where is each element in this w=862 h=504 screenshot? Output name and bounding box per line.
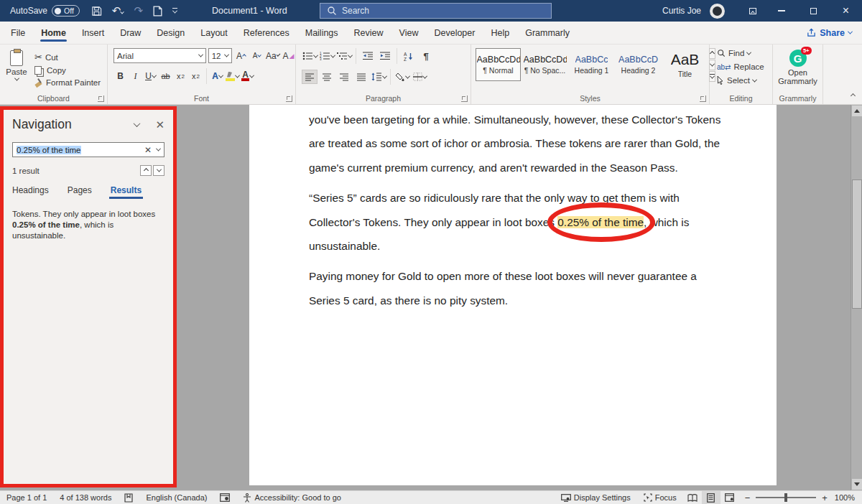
cut-button[interactable]: ✂Cut [33, 51, 102, 63]
clear-search-icon[interactable]: ✕ [144, 145, 152, 155]
tab-draw[interactable]: Draw [112, 22, 149, 44]
previous-result-button[interactable] [140, 165, 152, 176]
font-color-button[interactable]: A [241, 69, 254, 83]
grow-font-button[interactable]: A [234, 49, 248, 63]
underline-button[interactable]: U [144, 69, 157, 83]
proofing-icon[interactable] [118, 491, 139, 504]
search-result-item[interactable]: Tokens. They only appear in loot boxes 0… [12, 209, 160, 241]
zoom-out-button[interactable]: − [745, 493, 751, 503]
font-name-combobox[interactable]: Arial [113, 48, 206, 63]
dialog-launcher-icon[interactable] [286, 95, 292, 102]
word-count-indicator[interactable]: 4 of 138 words [53, 491, 118, 504]
bold-button[interactable]: B [113, 69, 127, 83]
scroll-down-button[interactable] [852, 479, 862, 490]
shrink-font-button[interactable]: A [250, 49, 264, 63]
zoom-level[interactable]: 100% [833, 493, 862, 502]
style-heading-2[interactable]: AaBbCcDHeading 2 [616, 48, 661, 81]
multilevel-list-button[interactable] [336, 49, 352, 63]
superscript-button[interactable]: x2 [189, 69, 203, 83]
navigation-search-input[interactable]: 0.25% of the time ✕ [12, 142, 164, 157]
italic-button[interactable]: I [129, 69, 142, 83]
tab-layout[interactable]: Layout [193, 22, 236, 44]
nav-tab-results[interactable]: Results [111, 185, 142, 199]
strikethrough-button[interactable]: ab [159, 69, 172, 83]
page-number-indicator[interactable]: Page 1 of 1 [0, 491, 53, 504]
save-icon[interactable] [91, 6, 102, 17]
display-settings-button[interactable]: Display Settings [555, 491, 637, 504]
vertical-scrollbar[interactable] [851, 105, 862, 490]
format-painter-button[interactable]: Format Painter [33, 78, 102, 88]
tab-developer[interactable]: Developer [426, 22, 483, 44]
tab-insert[interactable]: Insert [74, 22, 112, 44]
zoom-slider[interactable] [756, 497, 816, 498]
tab-home[interactable]: Home [33, 22, 74, 44]
tab-help[interactable]: Help [483, 22, 517, 44]
customize-qat-button[interactable] [172, 8, 177, 14]
sort-button[interactable]: AZ [401, 49, 417, 63]
line-spacing-button[interactable] [371, 70, 386, 84]
subscript-button[interactable]: x2 [174, 69, 187, 83]
tab-review[interactable]: Review [346, 22, 391, 44]
justify-button[interactable] [353, 70, 369, 84]
align-left-button[interactable] [302, 70, 318, 84]
grammarly-icon[interactable]: G5+ [789, 50, 807, 67]
close-icon[interactable]: ✕ [155, 118, 164, 131]
copy-button[interactable]: Copy [33, 65, 102, 75]
clear-formatting-button[interactable]: A◢ [282, 49, 295, 63]
undo-button[interactable]: ↶ [112, 4, 124, 17]
share-button[interactable]: Share [807, 28, 852, 38]
shading-button[interactable] [394, 70, 410, 84]
minimize-button[interactable] [765, 0, 797, 22]
font-size-combobox[interactable]: 12 [208, 48, 232, 63]
autosave-toggle[interactable]: AutoSave Off [10, 5, 80, 17]
nav-tab-headings[interactable]: Headings [12, 185, 49, 199]
show-formatting-marks-button[interactable]: ¶ [418, 49, 434, 63]
read-mode-button[interactable] [683, 491, 702, 504]
document-page[interactable]: you've been targeting for a while. Simul… [249, 105, 777, 485]
chevron-down-icon[interactable] [134, 120, 141, 127]
style-title[interactable]: AaBTitle [662, 48, 708, 81]
open-grammarly-button[interactable]: Open Grammarly [773, 68, 822, 85]
maximize-button[interactable] [797, 0, 830, 22]
style--normal[interactable]: AaBbCcDd¶ Normal [476, 48, 521, 81]
web-layout-button[interactable] [720, 491, 739, 504]
style--no-spac-[interactable]: AaBbCcDd¶ No Spac... [522, 48, 567, 81]
find-button[interactable]: Find [715, 48, 772, 58]
dialog-launcher-icon[interactable] [461, 95, 468, 102]
zoom-slider-thumb[interactable] [784, 493, 787, 502]
nav-tab-pages[interactable]: Pages [68, 185, 92, 199]
ribbon-display-options-button[interactable] [741, 0, 765, 22]
zoom-in-button[interactable]: + [822, 493, 828, 503]
select-button[interactable]: Select [715, 75, 772, 85]
language-indicator[interactable]: English (Canada) [139, 491, 213, 504]
change-case-button[interactable]: Aa [266, 49, 279, 63]
search-box[interactable]: Search [320, 3, 552, 19]
tab-design[interactable]: Design [149, 22, 193, 44]
chevron-down-icon[interactable] [156, 146, 161, 151]
new-document-icon[interactable] [153, 6, 162, 17]
macro-recording-icon[interactable] [213, 491, 236, 504]
print-layout-button[interactable] [702, 491, 720, 504]
redo-button[interactable]: ↷ [134, 4, 143, 17]
decrease-indent-button[interactable] [360, 49, 376, 63]
borders-button[interactable] [412, 70, 427, 84]
collapse-ribbon-button[interactable] [851, 90, 855, 100]
scroll-up-button[interactable] [852, 106, 862, 116]
style-heading-1[interactable]: AaBbCcHeading 1 [569, 48, 614, 81]
numbering-button[interactable]: 123 [319, 49, 335, 63]
tab-file[interactable]: File [3, 22, 33, 44]
replace-button[interactable]: ab⇄ Replace [715, 62, 772, 72]
tab-view[interactable]: View [391, 22, 427, 44]
next-result-button[interactable] [153, 165, 164, 176]
align-center-button[interactable] [319, 70, 335, 84]
accessibility-status[interactable]: Accessibility: Good to go [236, 491, 347, 504]
user-name[interactable]: Curtis Joe [662, 6, 701, 16]
tab-references[interactable]: References [236, 22, 297, 44]
text-highlight-button[interactable] [226, 69, 239, 83]
dialog-launcher-icon[interactable] [700, 95, 706, 102]
close-button[interactable]: × [830, 0, 862, 22]
focus-button[interactable]: Focus [637, 491, 683, 504]
avatar[interactable] [710, 4, 725, 19]
bullets-button[interactable] [302, 49, 318, 63]
tab-mailings[interactable]: Mailings [297, 22, 346, 44]
